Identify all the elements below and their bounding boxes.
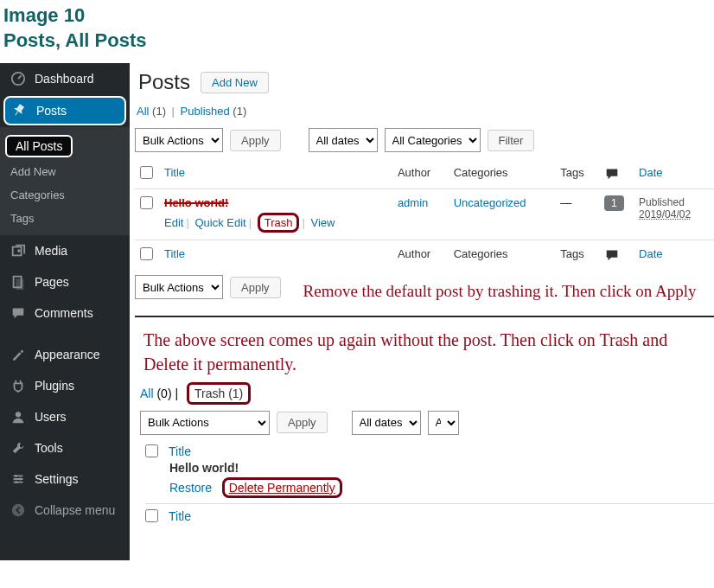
apply-button-bottom[interactable]: Apply bbox=[230, 277, 281, 298]
users-icon bbox=[10, 409, 26, 425]
add-new-button[interactable]: Add New bbox=[201, 72, 269, 93]
trash-col-title-footer[interactable]: Title bbox=[169, 509, 191, 523]
section-divider bbox=[135, 316, 714, 317]
filter-trash-label[interactable]: Trash bbox=[194, 387, 225, 400]
sidebar-item-pages[interactable]: Pages bbox=[0, 266, 130, 297]
sidebar-label-media: Media bbox=[35, 244, 67, 258]
sidebar-label-collapse: Collapse menu bbox=[35, 503, 115, 517]
admin-sidebar: Dashboard Posts All Posts Add New Catego… bbox=[0, 63, 130, 560]
dates-select[interactable]: All dates bbox=[309, 128, 378, 152]
pin-icon bbox=[12, 103, 28, 118]
sidebar-label-appearance: Appearance bbox=[35, 348, 100, 361]
trash-select-all-footer[interactable] bbox=[145, 509, 158, 522]
sidebar-item-dashboard[interactable]: Dashboard bbox=[0, 63, 130, 94]
select-all-checkbox[interactable] bbox=[140, 166, 153, 179]
status-filters: All (1) | Published (1) bbox=[135, 103, 714, 125]
apply-button-trash[interactable]: Apply bbox=[277, 412, 328, 433]
sidebar-label-users: Users bbox=[35, 410, 67, 424]
col-date-footer[interactable]: Date bbox=[634, 240, 714, 271]
bulk-toolbar-bottom: Bulk Actions Apply bbox=[135, 275, 281, 299]
trash-select-all[interactable] bbox=[145, 444, 158, 457]
row-action-quick-edit[interactable]: Quick Edit bbox=[194, 216, 245, 229]
sidebar-sub-tags[interactable]: Tags bbox=[0, 207, 130, 230]
table-header-row: Title Author Categories Tags Date bbox=[135, 159, 714, 189]
filter-separator: | bbox=[169, 105, 177, 118]
filter-published[interactable]: Published bbox=[181, 105, 230, 118]
bulk-actions-select[interactable]: Bulk Actions bbox=[135, 128, 223, 152]
sidebar-item-collapse[interactable]: Collapse menu bbox=[0, 495, 130, 526]
annotation-2: The above screen comes up again without … bbox=[135, 323, 714, 385]
row-comment-count[interactable]: 1 bbox=[604, 195, 624, 211]
categories-select[interactable]: All Categories bbox=[385, 128, 481, 152]
trash-list-header: Title bbox=[145, 442, 714, 461]
sidebar-item-posts[interactable]: Posts bbox=[3, 96, 126, 125]
col-title[interactable]: Title bbox=[159, 159, 392, 189]
filter-button[interactable]: Filter bbox=[488, 130, 535, 151]
row-date-status: Published bbox=[639, 196, 685, 208]
trash-action-delete-permanently[interactable]: Delete Permanently bbox=[229, 481, 335, 495]
sidebar-item-tools[interactable]: Tools bbox=[0, 432, 130, 463]
sidebar-label-posts: Posts bbox=[36, 104, 67, 118]
row-author[interactable]: admin bbox=[398, 196, 428, 209]
select-all-footer-checkbox[interactable] bbox=[140, 247, 153, 260]
status-filters-trash: All (0) | Trash (1) bbox=[140, 385, 714, 407]
filter-trash-highlight: Trash (1) bbox=[187, 382, 251, 405]
row-tags: — bbox=[555, 189, 599, 240]
trash-col-title[interactable]: Title bbox=[169, 444, 191, 458]
sidebar-sub-categories[interactable]: Categories bbox=[0, 183, 130, 207]
delete-permanently-highlight: Delete Permanently bbox=[222, 477, 342, 498]
svg-point-6 bbox=[15, 475, 17, 477]
col-tags-footer: Tags bbox=[555, 240, 599, 271]
wp-admin-frame: Dashboard Posts All Posts Add New Catego… bbox=[0, 63, 714, 560]
row-action-trash-highlight: Trash bbox=[258, 213, 300, 233]
filter-all-trash[interactable]: All bbox=[140, 387, 154, 400]
filter-all-count-trash: (0) bbox=[156, 387, 171, 400]
trash-list: Title Hello world! Restore Delete Perman… bbox=[140, 442, 714, 526]
bulk-toolbar-trash: Bulk Actions Apply All dates Al bbox=[140, 407, 714, 442]
sidebar-label-comments: Comments bbox=[35, 306, 93, 320]
collapse-icon bbox=[10, 502, 26, 518]
dates-select-trash[interactable]: All dates bbox=[352, 411, 421, 435]
row-date: 2019/04/02 bbox=[639, 208, 691, 220]
sidebar-label-settings: Settings bbox=[35, 472, 79, 486]
sidebar-sub-add-new[interactable]: Add New bbox=[0, 160, 130, 183]
sidebar-item-users[interactable]: Users bbox=[0, 401, 130, 432]
sidebar-item-plugins[interactable]: Plugins bbox=[0, 370, 130, 401]
col-tags: Tags bbox=[555, 159, 599, 189]
row-action-view[interactable]: View bbox=[310, 216, 335, 229]
svg-point-2 bbox=[17, 249, 21, 252]
col-date[interactable]: Date bbox=[634, 159, 714, 189]
bulk-actions-select-trash[interactable]: Bulk Actions bbox=[140, 411, 270, 435]
annotation-1: Remove the default post by trashing it. … bbox=[295, 275, 702, 312]
filter-all[interactable]: All bbox=[137, 105, 149, 118]
sidebar-item-appearance[interactable]: Appearance bbox=[0, 339, 130, 370]
page-header: Posts Add New bbox=[135, 63, 714, 103]
sidebar-item-media[interactable]: Media bbox=[0, 235, 130, 266]
row-action-edit[interactable]: Edit bbox=[164, 216, 183, 229]
apply-button[interactable]: Apply bbox=[230, 130, 281, 151]
row-action-trash[interactable]: Trash bbox=[265, 216, 293, 229]
sidebar-sub-all-posts[interactable]: All Posts bbox=[5, 135, 73, 157]
trash-state-panel: All (0) | Trash (1) Bulk Actions Apply A… bbox=[135, 385, 714, 526]
row-checkbox[interactable] bbox=[140, 196, 153, 209]
sidebar-item-settings[interactable]: Settings bbox=[0, 463, 130, 495]
categories-select-trash[interactable]: Al bbox=[428, 411, 459, 435]
bulk-actions-select-bottom[interactable]: Bulk Actions bbox=[135, 275, 223, 299]
sidebar-label-pages: Pages bbox=[35, 275, 69, 289]
filter-published-count: (1) bbox=[233, 105, 246, 118]
trash-action-restore[interactable]: Restore bbox=[169, 481, 212, 495]
table-row: Hello world! Edit| Quick Edit| Trash| Vi… bbox=[135, 189, 714, 240]
row-category[interactable]: Uncategorized bbox=[454, 196, 526, 209]
media-icon bbox=[10, 243, 26, 259]
col-title-footer[interactable]: Title bbox=[159, 240, 392, 271]
post-title[interactable]: Hello world! bbox=[164, 196, 228, 209]
col-author: Author bbox=[392, 159, 449, 189]
row-actions: Edit| Quick Edit| Trash| View bbox=[164, 209, 387, 233]
svg-point-8 bbox=[16, 481, 18, 483]
col-author-footer: Author bbox=[392, 240, 449, 271]
col-categories: Categories bbox=[449, 159, 556, 189]
svg-point-9 bbox=[12, 504, 24, 516]
main-content: Posts Add New All (1) | Published (1) Bu… bbox=[130, 63, 714, 560]
sidebar-label-tools: Tools bbox=[35, 441, 63, 455]
sidebar-item-comments[interactable]: Comments bbox=[0, 297, 130, 329]
